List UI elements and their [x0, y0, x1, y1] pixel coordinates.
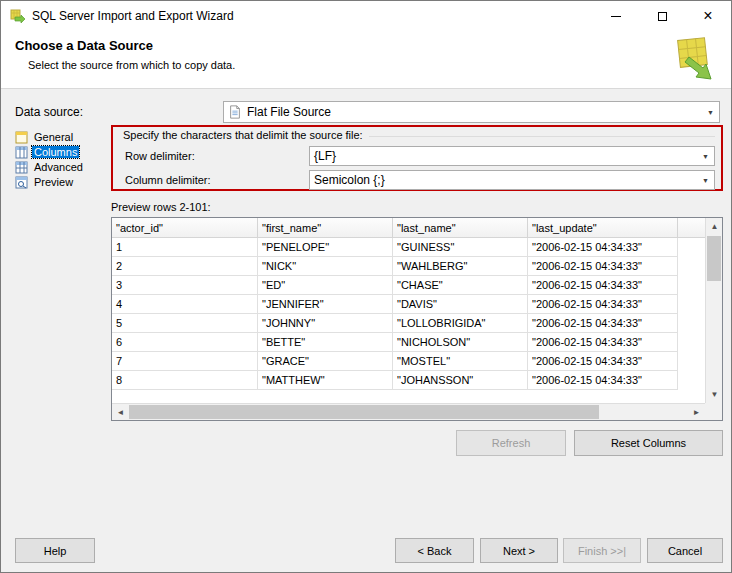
grid-cell: "2006-02-15 04:34:33"	[528, 238, 678, 257]
grid-cell: "JENNIFER"	[258, 295, 393, 314]
sidebar-item-label: General	[32, 131, 75, 143]
table-row[interactable]: 4"JENNIFER""DAVIS""2006-02-15 04:34:33"	[112, 295, 705, 314]
grid-cell: 4	[112, 295, 258, 314]
sidebar-item-preview[interactable]: Preview	[15, 175, 107, 189]
table-row[interactable]: 7"GRACE""MOSTEL""2006-02-15 04:34:33"	[112, 352, 705, 371]
grid-cell: 5	[112, 314, 258, 333]
column-header-first-name[interactable]: "first_name"	[258, 218, 393, 237]
preview-grid-body: 1"PENELOPE""GUINESS""2006-02-15 04:34:33…	[112, 238, 705, 403]
close-button[interactable]: ×	[685, 1, 731, 31]
grid-cell: "BETTE"	[258, 333, 393, 352]
grid-cell: "2006-02-15 04:34:33"	[528, 352, 678, 371]
row-delimiter-label: Row delimiter:	[125, 146, 195, 166]
preview-icon	[15, 176, 28, 189]
help-button[interactable]: Help	[15, 538, 95, 563]
highlight-annotation: Specify the characters that delimit the …	[111, 125, 723, 191]
grid-cell: "NICHOLSON"	[393, 333, 528, 352]
table-row[interactable]: 2"NICK""WAHLBERG""2006-02-15 04:34:33"	[112, 257, 705, 276]
chevron-down-icon[interactable]: ▼	[697, 147, 714, 165]
preview-rows-label: Preview rows 2-101:	[111, 201, 211, 213]
table-row[interactable]: 5"JOHNNY""LOLLOBRIGIDA""2006-02-15 04:34…	[112, 314, 705, 333]
cancel-button[interactable]: Cancel	[647, 538, 723, 563]
scroll-up-icon[interactable]: ▲	[706, 218, 723, 235]
table-row[interactable]: 6"BETTE""NICHOLSON""2006-02-15 04:34:33"	[112, 333, 705, 352]
delimiter-group-title-text: Specify the characters that delimit the …	[123, 129, 363, 141]
grid-cell: "GUINESS"	[393, 238, 528, 257]
column-delimiter-label: Column delimiter:	[125, 170, 211, 190]
row-delimiter-dropdown[interactable]: {LF} ▼	[309, 146, 715, 166]
grid-cell: "2006-02-15 04:34:33"	[528, 314, 678, 333]
chevron-down-icon[interactable]: ▼	[702, 102, 719, 122]
finish-button[interactable]: Finish >>|	[563, 538, 641, 563]
next-button[interactable]: Next >	[480, 538, 558, 563]
horizontal-scrollbar-thumb[interactable]	[129, 405, 599, 419]
column-delimiter-value: Semicolon {;}	[314, 173, 385, 187]
maximize-icon	[658, 12, 667, 21]
close-icon: ×	[703, 8, 712, 24]
app-icon	[10, 8, 26, 24]
grid-cell: "PENELOPE"	[258, 238, 393, 257]
grid-cell: "2006-02-15 04:34:33"	[528, 257, 678, 276]
grid-cell: 3	[112, 276, 258, 295]
columns-icon	[15, 146, 28, 159]
sidebar-item-label: Advanced	[32, 161, 85, 173]
minimize-button[interactable]	[593, 1, 639, 31]
grid-cell: "2006-02-15 04:34:33"	[528, 295, 678, 314]
chevron-down-icon[interactable]: ▼	[697, 171, 714, 189]
grid-cell: "CHASE"	[393, 276, 528, 295]
general-icon	[15, 131, 28, 144]
row-delimiter-value: {LF}	[314, 149, 336, 163]
table-row[interactable]: 1"PENELOPE""GUINESS""2006-02-15 04:34:33…	[112, 238, 705, 257]
vertical-scrollbar-thumb[interactable]	[707, 236, 721, 281]
column-header-last-update[interactable]: "last_update"	[528, 218, 678, 237]
grid-cell: "MOSTEL"	[393, 352, 528, 371]
reset-columns-button[interactable]: Reset Columns	[574, 430, 723, 456]
sidebar-item-general[interactable]: General	[15, 130, 107, 144]
grid-cell: "DAVIS"	[393, 295, 528, 314]
grid-cell: 6	[112, 333, 258, 352]
page-title: Choose a Data Source	[15, 38, 153, 53]
grid-cell: 7	[112, 352, 258, 371]
scrollbar-corner	[705, 403, 722, 420]
data-source-dropdown[interactable]: Flat File Source ▼	[223, 101, 720, 123]
grid-cell: "2006-02-15 04:34:33"	[528, 333, 678, 352]
grid-cell: "LOLLOBRIGIDA"	[393, 314, 528, 333]
scroll-down-icon[interactable]: ▼	[706, 386, 723, 403]
sidebar-item-label: Columns	[32, 146, 79, 158]
title-bar: SQL Server Import and Export Wizard ×	[1, 1, 731, 31]
caption-buttons: ×	[593, 1, 731, 31]
wizard-graphic-icon	[671, 35, 719, 83]
sidebar-item-columns[interactable]: Columns	[15, 145, 107, 159]
column-header-last-name[interactable]: "last_name"	[393, 218, 528, 237]
advanced-icon	[15, 161, 28, 174]
grid-cell: "JOHANSSON"	[393, 371, 528, 390]
window-title: SQL Server Import and Export Wizard	[32, 9, 234, 23]
grid-cell: "ED"	[258, 276, 393, 295]
grid-cell: 8	[112, 371, 258, 390]
table-row[interactable]: 3"ED""CHASE""2006-02-15 04:34:33"	[112, 276, 705, 295]
sidebar-item-advanced[interactable]: Advanced	[15, 160, 107, 174]
vertical-scrollbar[interactable]: ▲ ▼	[705, 218, 722, 403]
column-header-actor-id[interactable]: "actor_id"	[112, 218, 258, 237]
sidebar-item-label: Preview	[32, 176, 75, 188]
wizard-window: SQL Server Import and Export Wizard × Ch…	[0, 0, 732, 573]
grid-cell: "NICK"	[258, 257, 393, 276]
grid-cell: "MATTHEW"	[258, 371, 393, 390]
wizard-header: Choose a Data Source Select the source f…	[1, 31, 731, 89]
maximize-button[interactable]	[639, 1, 685, 31]
table-row[interactable]: 8"MATTHEW""JOHANSSON""2006-02-15 04:34:3…	[112, 371, 705, 390]
grid-header: "actor_id" "first_name" "last_name" "las…	[112, 218, 705, 238]
column-delimiter-dropdown[interactable]: Semicolon {;} ▼	[309, 170, 715, 190]
grid-cell: 1	[112, 238, 258, 257]
minimize-icon	[611, 16, 621, 17]
horizontal-scrollbar[interactable]: ◄ ►	[112, 403, 705, 420]
page-subtitle: Select the source from which to copy dat…	[28, 59, 235, 71]
grid-cell: "WAHLBERG"	[393, 257, 528, 276]
data-source-label: Data source:	[15, 101, 83, 123]
scroll-right-icon[interactable]: ►	[688, 404, 705, 421]
grid-cell: "2006-02-15 04:34:33"	[528, 371, 678, 390]
sidebar: General Columns Advanced	[15, 130, 107, 190]
refresh-button[interactable]: Refresh	[456, 430, 566, 456]
back-button[interactable]: < Back	[395, 538, 474, 563]
scroll-left-icon[interactable]: ◄	[112, 404, 129, 421]
